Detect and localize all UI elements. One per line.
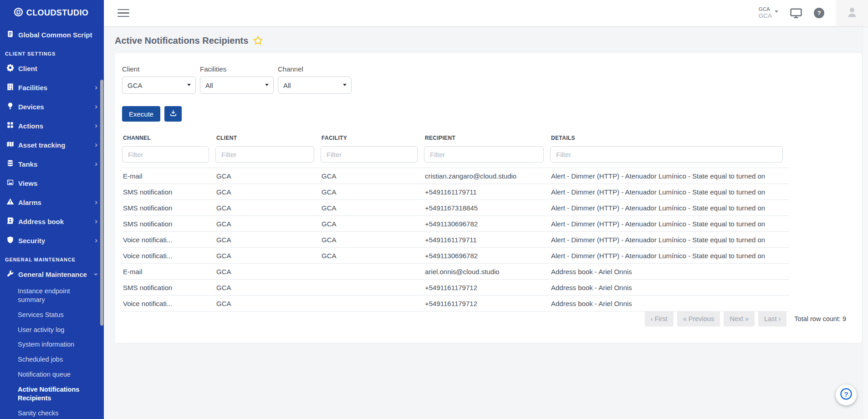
- hamburger-menu-icon[interactable]: [117, 9, 129, 17]
- table-cell: GCA: [321, 216, 424, 232]
- sidebar-subitem-scheduled-jobs[interactable]: Scheduled jobs: [0, 352, 104, 367]
- client-switcher[interactable]: GCA GCA: [759, 6, 778, 20]
- help-fab-button[interactable]: ?: [836, 384, 857, 405]
- download-icon: [169, 109, 177, 118]
- sidebar-item-client[interactable]: Client: [0, 59, 104, 78]
- column-header-client: CLIENT: [215, 135, 321, 146]
- pagination-last-button[interactable]: Last ›: [758, 311, 786, 327]
- sidebar-subitem-user-activity-log[interactable]: User activity log: [0, 322, 104, 337]
- table-cell: GCA: [321, 200, 424, 216]
- column-header-details: DETAILS: [550, 135, 789, 146]
- table-cell: GCA: [321, 232, 424, 248]
- details-column-filter-input[interactable]: [550, 146, 783, 163]
- table-header-row: CHANNEL CLIENT FACILITY RECIPIENT DETAIL…: [122, 135, 789, 146]
- table-cell: cristian.zangaro@cloud.studio: [424, 168, 550, 184]
- chevron-right-icon: ›: [95, 200, 97, 204]
- monitor-icon[interactable]: [790, 8, 802, 19]
- table-row: Voice notificati...GCAGCA+5491130696782A…: [122, 248, 789, 264]
- building-icon: [6, 83, 14, 92]
- table-cell: Address book - Ariel Onnis: [550, 296, 789, 312]
- favorite-star-icon[interactable]: [253, 36, 263, 46]
- page-content: Active Notifications Recipients Client G…: [104, 26, 868, 419]
- sidebar-subitem-active-notifications-recipients[interactable]: Active Notifications Recipients: [0, 382, 104, 406]
- channel-filter-label: Channel: [278, 65, 352, 73]
- table-cell: [321, 264, 424, 280]
- table-cell: E-mail: [122, 168, 215, 184]
- facilities-filter-select[interactable]: All: [200, 77, 274, 94]
- help-icon[interactable]: ?: [814, 8, 824, 18]
- table-row: SMS notificationGCAGCA+5491161179711Aler…: [122, 184, 789, 200]
- channel-column-filter-input[interactable]: [122, 146, 209, 163]
- sidebar-item-global-common-script[interactable]: Global Common Script: [0, 25, 104, 44]
- chevron-right-icon: ›: [95, 219, 97, 224]
- table-cell: Voice notificati...: [122, 248, 215, 264]
- gear-icon: [6, 64, 14, 73]
- client-column-filter-input[interactable]: [215, 146, 314, 163]
- sidebar-scrollbar-thumb[interactable]: [100, 80, 103, 326]
- chevron-right-icon: ›: [95, 104, 97, 109]
- sidebar-nav: Global Common Script CLIENT SETTINGS Cli…: [0, 25, 104, 419]
- table-cell: Voice notificati...: [122, 296, 215, 312]
- client-switcher-primary: GCA: [759, 6, 772, 12]
- table-cell: +5491167318845: [424, 200, 550, 216]
- pagination-next-button[interactable]: Next »: [724, 311, 755, 327]
- table-row: E-mailGCAariel.onnis@cloud.studioAddress…: [122, 264, 789, 280]
- sidebar-item-tanks[interactable]: Tanks ›: [0, 154, 104, 174]
- sidebar-item-general-maintenance[interactable]: General Maintenance ›: [0, 265, 104, 284]
- recipient-column-filter-input[interactable]: [424, 146, 544, 163]
- table-cell: ariel.onnis@cloud.studio: [424, 264, 550, 280]
- page-scrollbar[interactable]: [863, 26, 868, 419]
- sidebar-subitem-sanity-checks[interactable]: Sanity checks: [0, 406, 104, 419]
- table-cell: GCA: [215, 264, 321, 280]
- app-name: CLOUDSTUDIO: [26, 8, 88, 18]
- sidebar-item-label: Asset tracking: [18, 141, 65, 149]
- sidebar-item-security[interactable]: Security ›: [0, 231, 104, 250]
- table-cell: +5491161179711: [424, 232, 550, 248]
- cloudstudio-logo-icon: [14, 7, 23, 19]
- sidebar-item-views[interactable]: Views: [0, 174, 104, 193]
- app-logo[interactable]: CLOUDSTUDIO: [0, 0, 104, 24]
- table-cell: SMS notification: [122, 184, 215, 200]
- table-row: SMS notificationGCAGCA+5491130696782Aler…: [122, 216, 789, 232]
- client-filter-select[interactable]: GCA: [122, 77, 196, 94]
- pagination-previous-button[interactable]: « Previous: [677, 311, 720, 327]
- table-cell: Alert - Dimmer (HTTP) - Atenuador Lumíni…: [550, 232, 789, 248]
- sidebar-subitem-system-information[interactable]: System information: [0, 337, 104, 352]
- sidebar-subitem-instance-endpoint-summary[interactable]: Instance endpoint summary: [0, 284, 104, 307]
- lightbulb-icon: [6, 102, 14, 111]
- grid-icon: [6, 121, 14, 130]
- sidebar-item-facilities[interactable]: Facilities ›: [0, 78, 104, 97]
- column-header-channel: CHANNEL: [122, 135, 215, 146]
- table-cell: [321, 296, 424, 312]
- sidebar-item-label: Global Common Script: [18, 31, 92, 39]
- table-cell: SMS notification: [122, 216, 215, 232]
- sidebar-subitem-services-status[interactable]: Services Status: [0, 307, 104, 322]
- sidebar-item-alarms[interactable]: Alarms ›: [0, 193, 104, 212]
- download-button[interactable]: [164, 106, 182, 122]
- table-cell: Alert - Dimmer (HTTP) - Atenuador Lumíni…: [550, 184, 789, 200]
- column-header-recipient: RECIPIENT: [424, 135, 550, 146]
- client-switcher-secondary: GCA: [759, 12, 772, 20]
- total-row-count: Total row count: 9: [794, 315, 846, 322]
- filters-row: Client GCA Facilities All Channel: [122, 65, 855, 94]
- table-cell: +5491130696782: [424, 216, 550, 232]
- facility-column-filter-input[interactable]: [321, 146, 418, 163]
- sidebar-item-devices[interactable]: Devices ›: [0, 97, 104, 116]
- sidebar-item-actions[interactable]: Actions ›: [0, 116, 104, 135]
- chevron-right-icon: ›: [95, 85, 97, 90]
- sidebar-item-asset-tracking[interactable]: Asset tracking ›: [0, 135, 104, 154]
- execute-button[interactable]: Execute: [122, 106, 160, 122]
- table-cell: SMS notification: [122, 200, 215, 216]
- channel-filter-select[interactable]: All: [278, 77, 352, 94]
- sidebar-subitem-notification-queue[interactable]: Notification queue: [0, 367, 104, 382]
- pagination-first-button[interactable]: ‹ First: [645, 311, 674, 327]
- table-cell: Voice notificati...: [122, 232, 215, 248]
- script-icon: [6, 30, 14, 39]
- sidebar-item-address-book[interactable]: Address book ›: [0, 212, 104, 231]
- table-cell: GCA: [215, 168, 321, 184]
- facilities-filter-label: Facilities: [200, 65, 274, 73]
- user-menu[interactable]: [836, 0, 868, 26]
- image-icon: [6, 179, 14, 188]
- sidebar-item-label: Security: [18, 237, 45, 245]
- table-cell: GCA: [215, 200, 321, 216]
